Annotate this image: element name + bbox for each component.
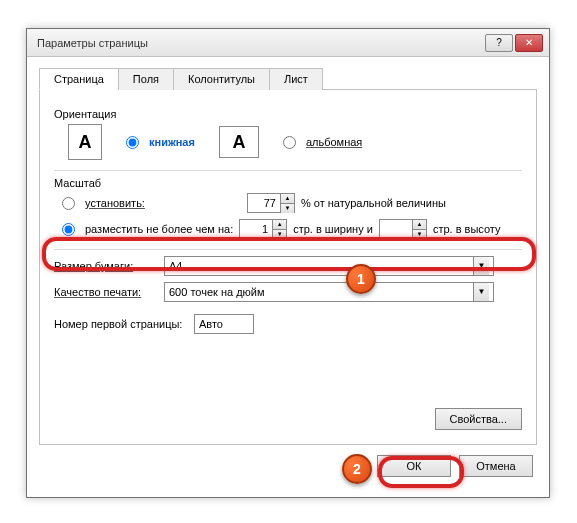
adjust-spinner[interactable]: ▲▼ xyxy=(247,193,295,213)
radio-landscape[interactable]: альбомная xyxy=(283,136,362,149)
chevron-down-icon: ▼ xyxy=(413,230,426,239)
fit-height-spinner[interactable]: ▲▼ xyxy=(379,219,427,239)
fit-suffix-label: стр. в высоту xyxy=(433,223,501,235)
adjust-suffix: % от натуральной величины xyxy=(301,197,446,209)
radio-adjust[interactable]: установить: xyxy=(62,197,145,210)
tab-content: Ориентация A книжная A альбомная Масштаб… xyxy=(39,90,537,445)
print-quality-combo[interactable]: 600 точек на дюйм▼ xyxy=(164,282,494,302)
fit-width-spinner[interactable]: ▲▼ xyxy=(239,219,287,239)
close-button[interactable]: ✕ xyxy=(515,34,543,52)
tab-strip: Страница Поля Колонтитулы Лист xyxy=(39,67,537,90)
titlebar: Параметры страницы ? ✕ xyxy=(27,29,549,57)
tab-margins[interactable]: Поля xyxy=(118,68,174,90)
page-setup-dialog: Параметры страницы ? ✕ Страница Поля Кол… xyxy=(26,28,550,498)
paper-size-label: Размер бумаги: xyxy=(54,260,164,272)
first-page-label: Номер первой страницы: xyxy=(54,318,194,330)
chevron-up-icon: ▲ xyxy=(281,194,294,204)
chevron-up-icon: ▲ xyxy=(273,220,286,230)
portrait-icon: A xyxy=(68,124,102,160)
ok-button[interactable]: ОК xyxy=(377,455,451,477)
radio-fit[interactable]: разместить не более чем на: xyxy=(62,223,233,236)
dialog-title: Параметры страницы xyxy=(37,37,483,49)
print-quality-label: Качество печати: xyxy=(54,286,164,298)
properties-button[interactable]: Свойства... xyxy=(435,408,522,430)
tab-sheet[interactable]: Лист xyxy=(269,68,323,90)
tab-page[interactable]: Страница xyxy=(39,68,119,90)
chevron-down-icon: ▼ xyxy=(273,230,286,239)
radio-portrait[interactable]: книжная xyxy=(126,136,195,149)
cancel-button[interactable]: Отмена xyxy=(459,455,533,477)
landscape-icon: A xyxy=(219,126,259,158)
chevron-up-icon: ▲ xyxy=(413,220,426,230)
orientation-label: Ориентация xyxy=(54,108,522,120)
first-page-input[interactable]: Авто xyxy=(194,314,254,334)
chevron-down-icon: ▼ xyxy=(281,204,294,213)
chevron-down-icon: ▼ xyxy=(473,257,489,275)
tab-headerfooter[interactable]: Колонтитулы xyxy=(173,68,270,90)
scale-label: Масштаб xyxy=(54,177,522,189)
paper-size-combo[interactable]: A4▼ xyxy=(164,256,494,276)
fit-mid-label: стр. в ширину и xyxy=(293,223,373,235)
help-button[interactable]: ? xyxy=(485,34,513,52)
chevron-down-icon: ▼ xyxy=(473,283,489,301)
